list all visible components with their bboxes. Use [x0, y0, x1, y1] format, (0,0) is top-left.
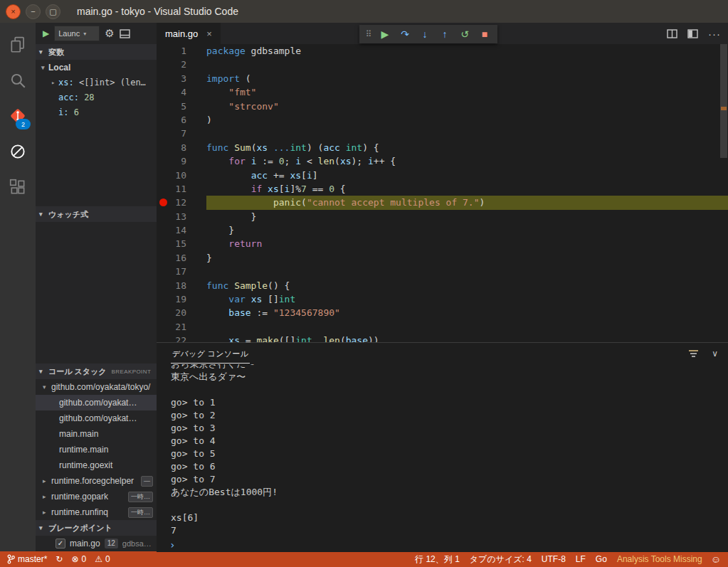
line-number-gutter[interactable]: 15: [157, 237, 186, 250]
line-number-gutter[interactable]: 8: [157, 141, 186, 154]
call-stack-frame[interactable]: github.com/oyakat…: [36, 395, 157, 410]
line-number-gutter[interactable]: 22: [157, 334, 186, 342]
watch-section-header[interactable]: ▾ ウォッチ式: [36, 206, 157, 222]
code-editor[interactable]: 1package gdbsample2 3import (4 "fmt"5 "s…: [157, 44, 728, 342]
breakpoints-section-header[interactable]: ▾ ブレークポイント: [36, 520, 157, 536]
code-line[interactable]: 10 acc += xs[i]: [157, 169, 728, 182]
code-line[interactable]: 16}: [157, 251, 728, 265]
errors-item[interactable]: ⊗ 0: [71, 554, 86, 564]
code-line[interactable]: 17: [157, 265, 728, 278]
status-item[interactable]: LF: [576, 554, 586, 564]
variable-row[interactable]: ▸xs: <[]int> (len…: [36, 75, 157, 90]
variables-scope-row[interactable]: ▾ Local: [36, 60, 157, 75]
explorer-icon[interactable]: [0, 27, 36, 63]
window-maximize-button[interactable]: ▢: [46, 4, 60, 19]
call-stack-frame[interactable]: ▸runtime.runfinq一時…: [36, 504, 157, 520]
variables-section-header[interactable]: ▾ 変数: [36, 44, 157, 60]
call-stack-frame[interactable]: ▾github.com/oyakata/tokyo/: [36, 379, 157, 395]
debug-console-toggle-icon[interactable]: [120, 29, 130, 38]
line-number-gutter[interactable]: 19: [157, 292, 186, 306]
code-line[interactable]: 15 return: [157, 237, 728, 250]
line-number-gutter[interactable]: 16: [157, 251, 186, 265]
code-line[interactable]: 6): [157, 113, 728, 127]
scrollbar-thumb[interactable]: [720, 44, 727, 158]
status-item[interactable]: タブのサイズ: 4: [470, 553, 532, 566]
variable-row[interactable]: i: 6: [36, 105, 157, 120]
line-number-gutter[interactable]: 17: [157, 265, 186, 278]
close-icon[interactable]: ×: [206, 28, 212, 39]
line-number-gutter[interactable]: 9: [157, 154, 186, 168]
line-number-gutter[interactable]: 10: [157, 169, 186, 182]
breakpoint-row[interactable]: ✓ main.go 12 gdbsa…: [36, 536, 157, 551]
sync-icon[interactable]: ↻: [56, 554, 63, 564]
line-number-gutter[interactable]: 14: [157, 223, 186, 237]
line-number-gutter[interactable]: 2: [157, 58, 186, 71]
line-number-gutter[interactable]: 12: [157, 196, 186, 209]
code-line[interactable]: 13 }: [157, 210, 728, 223]
tab-debug-console[interactable]: デバッグ コンソール: [171, 344, 250, 364]
call-stack-section-header[interactable]: ▾ コール スタック BREAKPOINT …: [36, 364, 157, 379]
breakpoint-dot[interactable]: [159, 198, 167, 206]
code-line[interactable]: 2: [157, 58, 728, 71]
call-stack-frame[interactable]: main.main: [36, 426, 157, 442]
line-number-gutter[interactable]: 18: [157, 279, 186, 292]
status-item[interactable]: Analysis Tools Missing: [617, 554, 702, 564]
code-line[interactable]: 3import (: [157, 72, 728, 85]
code-line[interactable]: 5 "strconv": [157, 100, 728, 113]
stop-button[interactable]: ■: [475, 28, 495, 40]
line-number-gutter[interactable]: 7: [157, 127, 186, 140]
call-stack-frame[interactable]: ▸runtime.forcegchelper—: [36, 473, 157, 489]
window-minimize-button[interactable]: −: [26, 4, 41, 19]
step-over-button[interactable]: ↷: [395, 28, 415, 40]
drag-handle-icon[interactable]: ⠿: [362, 29, 375, 39]
status-item[interactable]: UTF-8: [542, 554, 566, 564]
editor-scrollbar[interactable]: [719, 44, 728, 342]
chevron-down-icon[interactable]: ∨: [712, 349, 718, 359]
code-line[interactable]: 18func Sample() {: [157, 279, 728, 292]
source-control-icon[interactable]: 2: [0, 98, 36, 134]
extensions-icon[interactable]: [0, 169, 36, 205]
toggle-editor-layout-icon[interactable]: [687, 29, 698, 38]
code-line[interactable]: 19 var xs []int: [157, 292, 728, 306]
line-number-gutter[interactable]: 13: [157, 210, 186, 223]
line-number-gutter[interactable]: 1: [157, 44, 186, 58]
step-out-button[interactable]: ↑: [435, 28, 455, 40]
tab-main-go[interactable]: main.go ×: [157, 23, 221, 44]
line-number-gutter[interactable]: 6: [157, 113, 186, 127]
code-line[interactable]: 7: [157, 127, 728, 140]
debug-icon[interactable]: [0, 134, 36, 169]
call-stack-frame[interactable]: runtime.goexit: [36, 457, 157, 473]
call-stack-frame[interactable]: runtime.main: [36, 442, 157, 457]
call-stack-frame[interactable]: ▸runtime.gopark一時…: [36, 489, 157, 504]
variable-row[interactable]: acc: 28: [36, 90, 157, 105]
code-line[interactable]: 4 "fmt": [157, 85, 728, 99]
code-line[interactable]: 11 if xs[i]%7 == 0 {: [157, 182, 728, 196]
more-actions-icon[interactable]: ···: [708, 28, 721, 40]
continue-button[interactable]: ▶: [375, 28, 395, 40]
line-number-gutter[interactable]: 21: [157, 320, 186, 334]
gear-icon[interactable]: ⚙: [105, 27, 114, 40]
code-line[interactable]: 22 xs = make([]int, len(base)): [157, 334, 728, 342]
debug-start-button[interactable]: ▶: [43, 28, 49, 38]
line-number-gutter[interactable]: 3: [157, 72, 186, 85]
restart-button[interactable]: ↺: [455, 28, 475, 40]
feedback-smiley-icon[interactable]: ☺: [711, 553, 721, 565]
status-item[interactable]: Go: [596, 554, 607, 564]
line-number-gutter[interactable]: 5: [157, 100, 186, 113]
code-line[interactable]: 20 base := "1234567890": [157, 306, 728, 319]
code-line[interactable]: 8func Sum(xs ...int) (acc int) {: [157, 141, 728, 154]
code-line[interactable]: 12 panic("cannot accept multiples of 7."…: [157, 196, 728, 209]
code-line[interactable]: 1package gdbsample: [157, 44, 728, 58]
breakpoint-checkbox[interactable]: ✓: [56, 539, 65, 549]
call-stack-frame[interactable]: github.com/oyakat…: [36, 410, 157, 426]
git-branch-item[interactable]: master*: [7, 554, 47, 564]
window-close-button[interactable]: ×: [6, 4, 21, 19]
code-line[interactable]: 9 for i := 0; i < len(xs); i++ {: [157, 154, 728, 168]
code-line[interactable]: 21: [157, 320, 728, 334]
warnings-item[interactable]: ⚠ 0: [95, 554, 110, 564]
code-line[interactable]: 14 }: [157, 223, 728, 237]
step-into-button[interactable]: ↓: [415, 28, 435, 40]
line-number-gutter[interactable]: 4: [157, 85, 186, 99]
line-number-gutter[interactable]: 11: [157, 182, 186, 196]
split-editor-icon[interactable]: [667, 29, 677, 38]
